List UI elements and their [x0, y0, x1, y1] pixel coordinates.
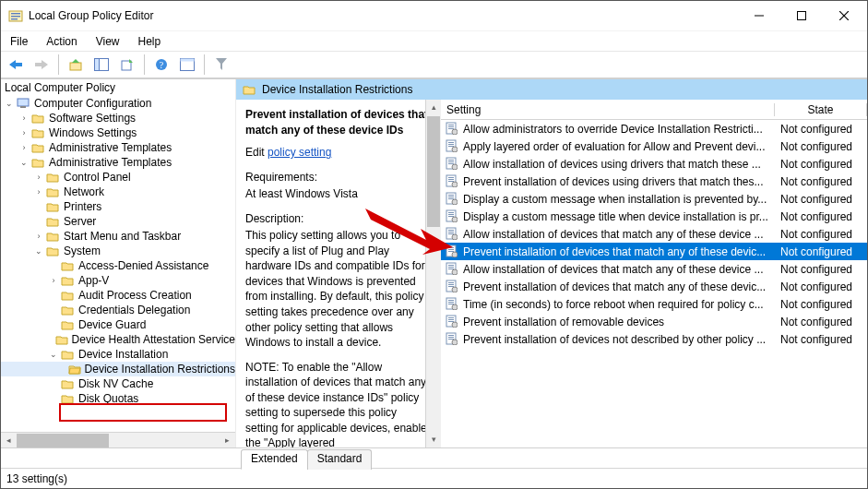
tab-standard[interactable]: Standard [307, 449, 373, 470]
list-row[interactable]: Prevent installation of devices using dr… [441, 173, 867, 190]
tree-system[interactable]: System [64, 244, 101, 257]
filter-button[interactable] [210, 54, 232, 76]
list-row-text: Time (in seconds) to force reboot when r… [463, 298, 775, 311]
statusbar: 13 setting(s) [1, 468, 867, 488]
tree-disk-nv[interactable]: Disk NV Cache [78, 377, 153, 390]
list-row[interactable]: Display a custom message when installati… [441, 190, 867, 208]
properties-button[interactable] [176, 54, 198, 76]
svg-rect-61 [448, 251, 454, 252]
svg-rect-31 [448, 146, 454, 147]
svg-rect-35 [448, 161, 454, 162]
menubar: File Action View Help [1, 30, 867, 51]
list-row[interactable]: Prevent installation of devices that mat… [441, 243, 867, 260]
scroll-left-icon[interactable]: ◂ [1, 433, 17, 448]
scroll-right-icon[interactable]: ▸ [220, 433, 235, 448]
tree-software-settings[interactable]: Software Settings [49, 112, 136, 125]
tree-windows-settings[interactable]: Windows Settings [49, 126, 137, 139]
list-row-state: Not configured [775, 193, 867, 206]
svg-rect-56 [448, 233, 454, 234]
maximize-button[interactable] [780, 1, 823, 30]
content-header: Device Installation Restrictions [236, 79, 867, 100]
list-row[interactable]: Display a custom message title when devi… [441, 208, 867, 225]
up-button[interactable] [65, 54, 87, 76]
tree-computer-configuration[interactable]: Computer Configuration [34, 97, 151, 110]
svg-rect-66 [448, 268, 454, 269]
tab-extended[interactable]: Extended [241, 449, 308, 470]
tree-credentials[interactable]: Credentials Delegation [78, 304, 190, 316]
tree-horizontal-scrollbar[interactable]: ◂ ▸ [1, 432, 235, 447]
folder-icon [60, 377, 75, 390]
scroll-down-icon[interactable]: ▾ [426, 432, 441, 447]
list-row[interactable]: Time (in seconds) to force reboot when r… [441, 295, 867, 313]
tree-device-installation[interactable]: Device Installation [78, 348, 168, 361]
tree-control-panel[interactable]: Control Panel [64, 171, 131, 184]
list-row-text: Allow installation of devices that match… [463, 228, 775, 241]
tree-start-menu[interactable]: Start Menu and Taskbar [64, 230, 181, 243]
tree-device-guard[interactable]: Device Guard [78, 318, 146, 331]
svg-rect-45 [448, 197, 454, 197]
policy-item-icon [445, 122, 459, 137]
folder-icon [45, 171, 60, 184]
list-row-state: Not configured [775, 263, 867, 276]
list-row-text: Allow installation of devices using driv… [463, 158, 775, 171]
minimize-button[interactable] [738, 1, 780, 30]
help-vertical-scrollbar[interactable]: ▴ ▾ [425, 100, 440, 447]
show-tree-button[interactable] [90, 54, 113, 76]
description-label: Description: [245, 211, 431, 227]
tree-admin-templates-1[interactable]: Administrative Templates [49, 141, 172, 154]
svg-rect-22 [20, 106, 26, 108]
export-button[interactable] [116, 54, 138, 76]
tree-audit-process[interactable]: Audit Process Creation [78, 289, 192, 302]
computer-icon [16, 97, 30, 110]
column-setting[interactable]: Setting [441, 103, 775, 116]
list-row-text: Prevent installation of devices not desc… [463, 333, 775, 346]
help-button[interactable]: ? [150, 54, 172, 76]
svg-rect-25 [448, 126, 454, 127]
tree-admin-templates-2[interactable]: Administrative Templates [49, 156, 172, 169]
tree-device-install-restrictions[interactable]: Device Installation Restrictions [85, 363, 235, 376]
menu-action[interactable]: Action [39, 33, 84, 50]
close-button[interactable] [823, 1, 865, 30]
tree-network[interactable]: Network [64, 185, 104, 198]
svg-point-27 [452, 129, 458, 135]
list-row[interactable]: Allow administrators to override Device … [441, 120, 867, 137]
list-row[interactable]: Allow installation of devices using driv… [441, 155, 867, 173]
folder-icon [30, 112, 45, 125]
svg-marker-20 [216, 58, 227, 70]
tree-device-health[interactable]: Device Health Attestation Service [72, 333, 235, 346]
svg-rect-81 [448, 321, 454, 322]
svg-point-72 [452, 287, 458, 292]
menu-file[interactable]: File [3, 33, 35, 50]
svg-point-82 [452, 322, 458, 328]
tree-server[interactable]: Server [64, 215, 96, 228]
settings-list[interactable]: Setting State Allow administrators to ov… [441, 100, 867, 447]
list-row-text: Apply layered order of evaluation for Al… [463, 140, 775, 153]
menu-view[interactable]: View [89, 33, 127, 50]
forward-button[interactable] [30, 54, 53, 76]
list-row[interactable]: Prevent installation of devices not desc… [441, 330, 867, 348]
list-row[interactable]: Prevent installation of removable device… [441, 313, 867, 330]
back-button[interactable] [5, 54, 27, 76]
tree-access-denied[interactable]: Access-Denied Assistance [78, 259, 208, 272]
svg-rect-50 [448, 214, 454, 215]
list-row[interactable]: Allow installation of devices that match… [441, 260, 867, 278]
tree-root-label[interactable]: Local Computer Policy [1, 79, 235, 96]
svg-rect-36 [448, 163, 454, 164]
list-row[interactable]: Prevent installation of devices that mat… [441, 278, 867, 295]
tree-app-v[interactable]: App-V [78, 274, 109, 287]
tree-printers[interactable]: Printers [64, 200, 101, 213]
scroll-up-icon[interactable]: ▴ [426, 100, 441, 115]
list-row[interactable]: Apply layered order of evaluation for Al… [441, 137, 867, 155]
menu-help[interactable]: Help [131, 33, 169, 50]
policy-tree[interactable]: ⌄Computer Configuration ›Software Settin… [1, 96, 235, 432]
list-row[interactable]: Allow installation of devices that match… [441, 225, 867, 243]
requirements-label: Requirements: [245, 170, 431, 185]
app-icon [8, 8, 23, 23]
content-header-title: Device Installation Restrictions [262, 83, 412, 96]
svg-rect-40 [448, 179, 454, 180]
edit-policy-link[interactable]: policy setting [268, 146, 331, 159]
column-state[interactable]: State [775, 103, 867, 116]
svg-rect-51 [448, 216, 454, 217]
requirements-value: At least Windows Vista [245, 186, 431, 202]
svg-text:?: ? [160, 60, 164, 70]
